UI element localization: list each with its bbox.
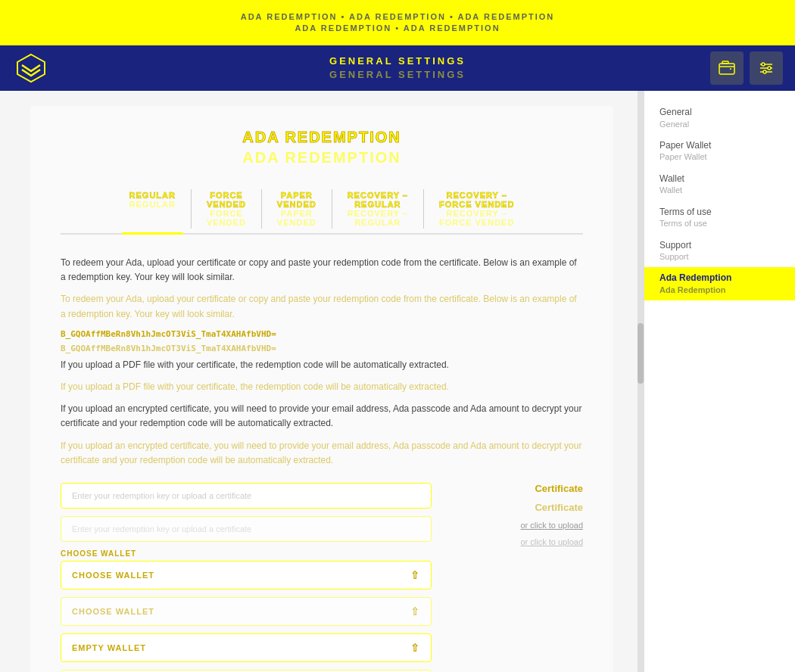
key-example-main: B_GQOAffMBeRn8Vh1hJmcOT3ViS_TmaT4XAHAfbV… xyxy=(61,329,583,339)
tab-regular-shadow: Regular xyxy=(129,200,176,209)
scroll-thumb xyxy=(638,323,644,384)
redemption-key-input[interactable] xyxy=(61,483,432,509)
scrollbar[interactable] xyxy=(638,91,644,672)
svg-rect-2 xyxy=(722,61,728,64)
sidebar-ada-label: Ada Redemption xyxy=(659,272,780,285)
key-example-shadow: B_GQOAffMBeRn8Vh1hJmcOT3ViS_TmaT4XAHAfbV… xyxy=(61,344,583,353)
sidebar-wallet-shadow: Wallet xyxy=(659,185,780,195)
svg-marker-0 xyxy=(17,54,45,82)
chevron-up-icon-2: ⇧ xyxy=(410,605,420,618)
desc-line1: To redeem your Ada, upload your certific… xyxy=(61,256,583,285)
tab-recovery-force-label: Recovery –force vended xyxy=(439,191,514,209)
sidebar-item-terms[interactable]: Terms of use Terms of use xyxy=(644,201,795,235)
desc-line1-shadow: To redeem your Ada, upload your certific… xyxy=(61,292,583,321)
page-title-shadow: ADA REDEMPTION xyxy=(61,149,583,166)
sidebar-terms-shadow: Terms of use xyxy=(659,218,780,229)
certificate-label-2: Certificate xyxy=(535,502,583,513)
tab-regular-label: Regular xyxy=(129,191,176,200)
sidebar-general-label: General xyxy=(659,107,780,119)
wallet-dropdown-value-shadow: CHOOSE WALLET xyxy=(72,607,154,616)
navbar-title-main: GENERAL SETTINGS xyxy=(329,54,466,68)
top-banner: ADA REDEMPTION • ADA REDEMPTION • ADA RE… xyxy=(0,0,795,45)
main-container: ADA REDEMPTION ADA REDEMPTION Regular Re… xyxy=(0,91,795,672)
choose-wallet-dropdown-shadow[interactable]: CHOOSE WALLET ⇧ xyxy=(61,597,432,626)
top-banner-line2: ADA REDEMPTION • ADA REDEMPTION xyxy=(295,23,500,34)
certificate-label-1: Certificate xyxy=(535,483,583,494)
tabs-row: Regular Regular Forcevended Forcevended … xyxy=(61,185,583,235)
choose-wallet-dropdown[interactable]: CHOOSE WALLET ⇧ xyxy=(61,561,432,590)
content-area: ADA REDEMPTION ADA REDEMPTION Regular Re… xyxy=(0,91,644,672)
sidebar-item-ada-redemption[interactable]: Ada Redemption Ada Redemption xyxy=(644,267,795,300)
desc-line2-shadow: If you upload a PDF file with your certi… xyxy=(61,380,583,394)
tab-force-vended[interactable]: Forcevended Forcevended xyxy=(192,185,261,233)
choose-wallet-label: CHOOSE WALLET xyxy=(61,549,432,558)
sidebar-item-general[interactable]: General General xyxy=(644,101,795,135)
wallet-icon xyxy=(718,59,736,77)
desc-line3-shadow: If you upload an encrypted certificate, … xyxy=(61,439,583,468)
navbar: GENERAL SETTINGS GENERAL SETTINGS xyxy=(0,45,795,91)
or-upload-link-2[interactable]: or click to upload xyxy=(520,537,583,546)
tab-force-vended-label: Forcevended xyxy=(207,191,246,209)
desc-line2: If you upload a PDF file with your certi… xyxy=(61,358,583,372)
redemption-key-input-shadow[interactable] xyxy=(61,516,432,542)
tab-paper-vended-shadow: Papervended xyxy=(277,209,316,227)
sidebar-ada-shadow: Ada Redemption xyxy=(659,285,780,295)
navbar-title-shadow: GENERAL SETTINGS xyxy=(329,68,466,82)
sidebar-wallet-label: Wallet xyxy=(659,173,780,185)
sidebar-paper-wallet-label: Paper Wallet xyxy=(659,140,780,152)
empty-wallet-value: empty wallet xyxy=(72,643,146,652)
sidebar-general-shadow: General xyxy=(659,119,780,129)
svg-point-6 xyxy=(762,63,765,66)
sidebar-support-label: Support xyxy=(659,240,780,252)
navbar-icons xyxy=(710,51,783,85)
wallet-icon-btn[interactable] xyxy=(710,51,744,85)
svg-point-8 xyxy=(763,70,766,73)
tab-recovery-regular-label: Recovery –regular xyxy=(348,191,408,209)
sidebar-item-support[interactable]: Support Support xyxy=(644,235,795,268)
upload-side: Certificate Certificate or click to uplo… xyxy=(447,483,583,546)
tab-recovery-regular-shadow: Recovery –regular xyxy=(348,209,408,227)
navbar-title: GENERAL SETTINGS GENERAL SETTINGS xyxy=(329,54,466,82)
upload-section: CHOOSE WALLET CHOOSE WALLET ⇧ CHOOSE WAL… xyxy=(61,483,583,672)
sidebar-support-shadow: Support xyxy=(659,251,780,262)
desc-line3: If you upload an encrypted certificate, … xyxy=(61,402,583,431)
settings-icon-btn[interactable] xyxy=(750,51,783,85)
tab-recovery-force[interactable]: Recovery –force vended Recovery –force v… xyxy=(424,185,529,233)
sidebar-terms-label: Terms of use xyxy=(659,207,780,219)
wallet-dropdown-value: CHOOSE WALLET xyxy=(72,571,154,580)
chevron-up-icon: ⇧ xyxy=(410,569,420,581)
svg-point-7 xyxy=(768,67,771,70)
tab-paper-vended-label: Papervended xyxy=(277,191,316,209)
tab-paper-vended[interactable]: Papervended Papervended xyxy=(262,185,332,233)
logo-icon xyxy=(16,53,46,83)
or-upload-link-1[interactable]: or click to upload xyxy=(520,521,583,530)
tab-recovery-force-shadow: Recovery –force vended xyxy=(439,209,514,227)
svg-rect-1 xyxy=(719,64,734,74)
tab-regular[interactable]: Regular Regular xyxy=(114,185,191,233)
sidebar-item-wallet[interactable]: Wallet Wallet xyxy=(644,168,795,201)
tab-recovery-regular[interactable]: Recovery –regular Recovery –regular xyxy=(332,185,423,233)
ada-redemption-card: ADA REDEMPTION ADA REDEMPTION Regular Re… xyxy=(30,106,613,672)
input-side: CHOOSE WALLET CHOOSE WALLET ⇧ CHOOSE WAL… xyxy=(61,483,432,672)
logo xyxy=(12,49,50,87)
chevron-up-icon-3: ⇧ xyxy=(410,642,420,654)
settings-icon xyxy=(757,59,775,77)
top-banner-line1: ADA REDEMPTION • ADA REDEMPTION • ADA RE… xyxy=(241,11,555,23)
sidebar-item-paper-wallet[interactable]: Paper Wallet Paper Wallet xyxy=(644,135,795,168)
empty-wallet-dropdown[interactable]: empty wallet ⇧ xyxy=(61,633,432,662)
sidebar: General General Paper Wallet Paper Walle… xyxy=(644,91,795,672)
sidebar-paper-wallet-shadow: Paper Wallet xyxy=(659,151,780,162)
tab-force-vended-shadow: Forcevended xyxy=(207,209,246,227)
page-title-main: ADA REDEMPTION xyxy=(61,129,583,146)
